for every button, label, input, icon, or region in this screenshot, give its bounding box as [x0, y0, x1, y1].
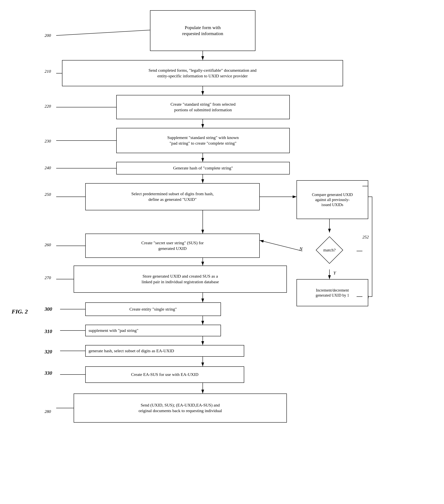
box-240: Generate hash of "complete string": [116, 162, 290, 175]
label-330: 330: [45, 370, 52, 376]
box-200: Populate form with requested information: [150, 10, 255, 51]
box-270: Store generated UXID and created SUS as …: [74, 266, 287, 293]
label-210: 210: [45, 69, 51, 74]
label-252: 252: [362, 234, 369, 240]
label-220: 220: [45, 104, 51, 109]
label-240: 240: [45, 165, 51, 170]
diagram-container: 200 Populate form with requested informa…: [0, 0, 444, 504]
box-210: Send completed forms, "legally-certifiab…: [62, 60, 343, 86]
box-310: supplement with "pad string": [85, 325, 221, 336]
box-220: Create "standard string" from selected p…: [116, 95, 290, 119]
y-label: Y: [333, 270, 336, 276]
svg-line-17: [56, 30, 150, 36]
label-270: 270: [45, 275, 51, 280]
label-230: 230: [45, 139, 51, 144]
box-300: Create entity "single string": [85, 302, 221, 316]
box-320: generate hash, select subset of digits a…: [85, 345, 244, 357]
box-280: Send (UXID, SUS); (EA-UXID,EA-SUS) and o…: [74, 394, 287, 423]
label-280: 280: [45, 409, 51, 414]
diamond-252: match?: [310, 231, 349, 270]
label-200: 200: [45, 33, 51, 38]
box-253: Increment/decrement generated UXID by 1: [297, 279, 368, 306]
n-label: N: [300, 246, 302, 252]
diamond-label-252: match?: [310, 231, 349, 270]
box-330: Create EA-SUS for use with EA-UXID: [85, 366, 244, 383]
label-310: 310: [45, 329, 52, 334]
label-320: 320: [45, 349, 52, 355]
label-260: 260: [45, 242, 51, 247]
label-250: 250: [45, 192, 51, 197]
box-251: Compare generated UXID against all previ…: [297, 180, 368, 219]
label-300: 300: [45, 306, 52, 312]
fig-label: FIG. 2: [12, 308, 28, 315]
box-230: Supplement "standard string" with known …: [116, 128, 290, 153]
box-260: Create "secret user string" (SUS) for ge…: [85, 234, 260, 258]
svg-line-9: [260, 240, 302, 251]
box-250: Select predetermined subset of digits fr…: [85, 183, 260, 210]
